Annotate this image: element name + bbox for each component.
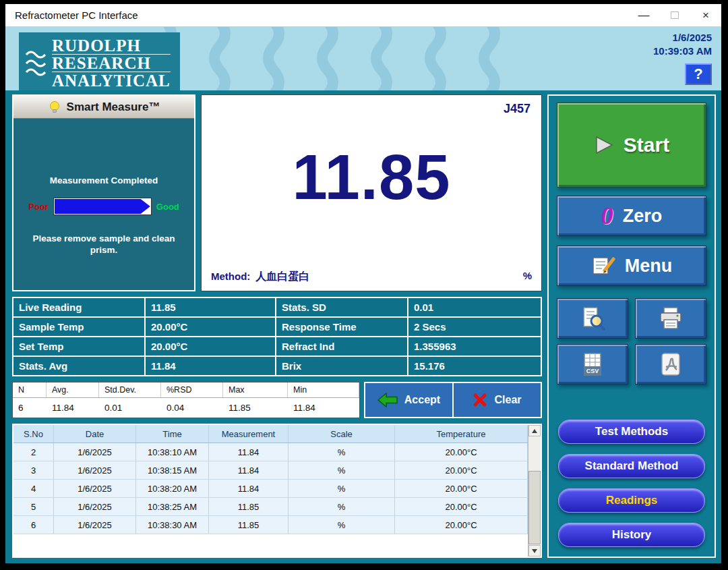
logo-text: RUDOLPH RESEARCH ANALYTICAL bbox=[52, 37, 171, 89]
smart-measure-body: Measurement Completed Poor Good Please r… bbox=[13, 119, 194, 290]
clear-button[interactable]: Clear bbox=[454, 383, 541, 417]
readings-header-row: S.NoDateTimeMeasurementScaleTemperature bbox=[13, 425, 528, 443]
poor-label: Poor bbox=[28, 202, 49, 212]
readings-cell: % bbox=[289, 480, 395, 497]
brand-logo: RUDOLPH RESEARCH ANALYTICAL bbox=[19, 32, 180, 90]
readings-row[interactable]: 21/6/202510:38:10 AM11.84%20.00°C bbox=[13, 443, 528, 461]
summary-header-cell: N bbox=[13, 382, 47, 397]
stat-value: 0.01 bbox=[408, 298, 541, 316]
stat-label: Sample Temp bbox=[13, 318, 144, 336]
nav-button-test-methods[interactable]: Test Methods bbox=[558, 420, 705, 444]
readings-cell: 1/6/2025 bbox=[54, 498, 136, 515]
unit-label: % bbox=[523, 270, 532, 284]
summary-value-cell: 6 bbox=[13, 398, 47, 418]
readings-cell: 1/6/2025 bbox=[54, 461, 136, 479]
window-title: Refractometer PC Interface bbox=[15, 9, 138, 21]
reading-value: 11.85 bbox=[292, 141, 450, 214]
logo-wave-icon bbox=[26, 49, 46, 78]
readings-table: S.NoDateTimeMeasurementScaleTemperature … bbox=[13, 425, 528, 557]
sidebar-spacer bbox=[557, 384, 706, 420]
readings-cell: 10:38:25 AM bbox=[136, 498, 209, 515]
logo-line-1: RUDOLPH bbox=[52, 37, 171, 55]
main-area: Smart Measure™ Measurement Completed Poo… bbox=[5, 90, 721, 563]
help-button[interactable]: ? bbox=[685, 63, 712, 85]
readings-row[interactable]: 31/6/202510:38:15 AM11.84%20.00°C bbox=[13, 461, 528, 480]
stat-value: 20.00°C bbox=[146, 337, 275, 355]
measurement-status: Measurement Completed bbox=[13, 175, 194, 186]
scroll-thumb[interactable] bbox=[528, 471, 541, 544]
csv-file-icon: CSV bbox=[579, 352, 606, 376]
readings-cell: 10:38:20 AM bbox=[136, 480, 209, 497]
readings-cell: 10:38:10 AM bbox=[136, 443, 209, 461]
quality-bar-fill bbox=[55, 199, 150, 214]
readings-scrollbar[interactable] bbox=[528, 425, 541, 557]
readings-row[interactable]: 41/6/202510:38:20 AM11.84%20.00°C bbox=[13, 480, 528, 498]
stat-label: Stats. SD bbox=[276, 298, 407, 316]
clear-label: Clear bbox=[494, 394, 521, 406]
readings-header-cell: Time bbox=[136, 425, 209, 443]
header-banner: RUDOLPH RESEARCH ANALYTICAL 1/6/2025 10:… bbox=[5, 27, 721, 90]
menu-button[interactable]: Menu bbox=[557, 246, 706, 286]
accept-button[interactable]: Accept bbox=[365, 383, 454, 417]
nav-button-readings[interactable]: Readings bbox=[558, 488, 705, 513]
quality-meter: Poor Good bbox=[13, 198, 194, 215]
close-button[interactable]: × bbox=[690, 4, 721, 26]
scroll-up-icon bbox=[532, 429, 537, 433]
readings-cell: 11.84 bbox=[209, 480, 289, 497]
readings-row[interactable]: 51/6/202510:38:25 AM11.85%20.00°C bbox=[13, 498, 528, 516]
summary-header-row: NAvg.Std.Dev.%RSDMaxMin bbox=[13, 382, 359, 398]
readings-cell: 11.84 bbox=[209, 461, 289, 479]
readings-cell: 2 bbox=[13, 443, 54, 461]
summary-header-cell: %RSD bbox=[161, 382, 223, 397]
summary-table: NAvg.Std.Dev.%RSDMaxMin 611.840.010.0411… bbox=[12, 382, 360, 418]
stat-value: 1.355963 bbox=[408, 337, 541, 355]
print-button[interactable] bbox=[635, 298, 706, 339]
method-value: 人血白蛋白 bbox=[255, 270, 309, 284]
smart-measure-header[interactable]: Smart Measure™ bbox=[13, 96, 194, 119]
nav-button-history[interactable]: History bbox=[558, 523, 705, 547]
sidebar: Start 0 Zero Menu bbox=[547, 94, 716, 558]
readings-cell: 1/6/2025 bbox=[54, 443, 136, 461]
printer-icon bbox=[657, 306, 685, 331]
smart-measure-title: Smart Measure™ bbox=[67, 101, 160, 114]
maximize-button[interactable] bbox=[659, 4, 690, 26]
method-label: Method: bbox=[211, 270, 250, 282]
title-bar: Refractometer PC Interface — × bbox=[5, 4, 721, 27]
scroll-up-button[interactable] bbox=[528, 425, 541, 436]
accept-label: Accept bbox=[404, 394, 440, 406]
summary-header-cell: Std.Dev. bbox=[99, 382, 161, 397]
date-label: 1/6/2025 bbox=[653, 31, 712, 45]
readings-body: 21/6/202510:38:10 AM11.84%20.00°C31/6/20… bbox=[13, 443, 528, 534]
stat-value: 20.00°C bbox=[146, 318, 275, 336]
time-label: 10:39:03 AM bbox=[653, 45, 712, 58]
csv-export-button[interactable]: CSV bbox=[557, 344, 628, 384]
model-label: J457 bbox=[504, 102, 530, 116]
readings-cell: 20.00°C bbox=[395, 498, 528, 515]
minimize-button[interactable]: — bbox=[628, 4, 659, 26]
scroll-down-button[interactable] bbox=[528, 545, 541, 557]
readings-cell: 11.85 bbox=[209, 516, 289, 534]
zero-button[interactable]: 0 Zero bbox=[557, 196, 706, 236]
nav-button-standard-method[interactable]: Standard Method bbox=[558, 454, 705, 478]
utility-button-grid: CSV bbox=[557, 298, 706, 384]
readings-cell: 10:38:15 AM bbox=[136, 461, 209, 479]
readings-header-cell: Measurement bbox=[209, 425, 289, 443]
pdf-export-button[interactable] bbox=[635, 344, 706, 384]
readings-cell: 20.00°C bbox=[395, 461, 528, 479]
good-label: Good bbox=[156, 202, 179, 212]
readings-cell: 10:38:30 AM bbox=[136, 516, 209, 534]
summary-value-cell: 0.01 bbox=[99, 398, 161, 418]
stats-table: Live Reading11.85Stats. SD0.01Sample Tem… bbox=[12, 297, 542, 376]
stat-value: 2 Secs bbox=[408, 318, 541, 336]
readings-cell: 1/6/2025 bbox=[54, 480, 136, 497]
stat-label: Refract Ind bbox=[276, 337, 407, 355]
scroll-track[interactable] bbox=[528, 436, 541, 545]
summary-header-cell: Max bbox=[223, 382, 288, 397]
summary-value-row: 611.840.010.0411.8511.84 bbox=[13, 398, 359, 418]
readings-row[interactable]: 61/6/202510:38:30 AM11.85%20.00°C bbox=[13, 516, 528, 534]
play-triangle-icon bbox=[594, 135, 614, 155]
scroll-down-icon bbox=[532, 549, 537, 553]
readings-cell: 6 bbox=[13, 516, 54, 534]
start-button[interactable]: Start bbox=[557, 103, 706, 188]
preview-button[interactable] bbox=[557, 298, 628, 339]
